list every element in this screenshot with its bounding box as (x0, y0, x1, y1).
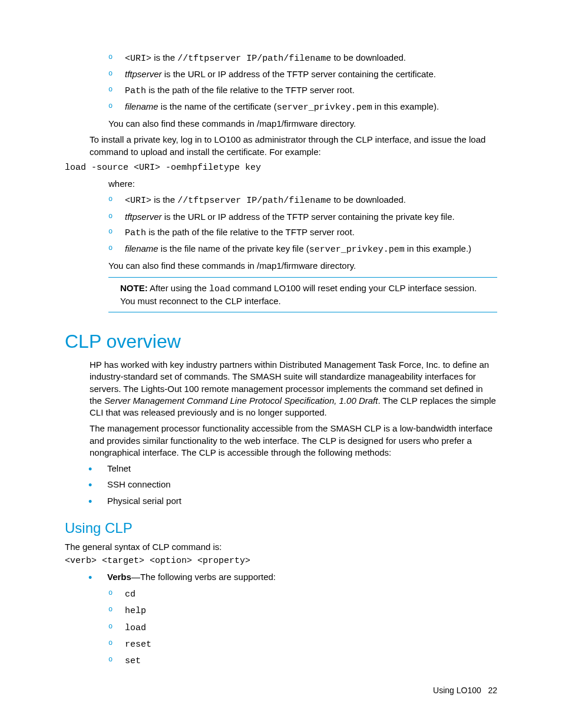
paragraph: You can also find these commands in /map… (108, 118, 497, 130)
uri-parts-list-1: <URI> is the //tftpserver IP/path/filena… (108, 52, 497, 114)
list-item: <URI> is the //tftpserver IP/path/filena… (108, 194, 497, 207)
text: is the name of the certificate ( (158, 101, 277, 111)
syntax: <verb> <target> <option> <property> (65, 555, 497, 567)
verbs-list: cd help load reset set (108, 588, 497, 667)
code: <URI> (125, 196, 151, 206)
list-item: Path is the path of the file relative to… (108, 84, 497, 97)
list-item: filename is the name of the certificate … (108, 101, 497, 114)
uri-parts-list-2: <URI> is the //tftpserver IP/path/filena… (108, 194, 497, 256)
verb: reset (125, 640, 151, 650)
verbs-label: Verbs (107, 572, 131, 582)
text: is the path of the file relative to the … (146, 85, 355, 95)
heading-using-clp: Using CLP (65, 519, 497, 538)
text: to be downloaded. (331, 52, 406, 62)
verb: set (125, 656, 141, 666)
list-item: filename is the file name of the private… (108, 243, 497, 256)
list-item: Physical serial port (88, 495, 497, 507)
text: in this example.) (405, 243, 471, 253)
term: filename (125, 243, 158, 253)
code: load (209, 284, 230, 294)
footer-label: Using LO100 (433, 686, 481, 695)
code: server_privkey.pem (277, 103, 372, 113)
note-label: NOTE: (120, 283, 148, 293)
doc-title: Server Management Command Line Protocol … (104, 396, 378, 406)
text: is the (151, 52, 177, 62)
list-item: Verbs—The following verbs are supported:… (88, 571, 497, 668)
term: tftpserver (125, 69, 162, 79)
where-label: where: (108, 178, 497, 190)
text: After using the (148, 283, 209, 293)
list-item: SSH connection (88, 479, 497, 490)
list-item: <URI> is the //tftpserver IP/path/filena… (108, 52, 497, 65)
verbs-section: Verbs—The following verbs are supported:… (88, 571, 497, 668)
methods-list: Telnet SSH connection Physical serial po… (88, 463, 497, 507)
list-item: help (108, 604, 497, 617)
list-item: tftpserver is the URL or IP address of t… (108, 68, 497, 80)
heading-clp-overview: CLP overview (65, 329, 497, 354)
paragraph: To install a private key, log in to LO10… (90, 134, 497, 158)
term: tftpserver (125, 212, 162, 222)
code: server_privkey.pem (309, 245, 405, 255)
text: is the URL or IP address of the TFTP ser… (162, 212, 455, 222)
paragraph: HP has worked with key industry partners… (90, 359, 497, 419)
verb: cd (125, 589, 135, 599)
code: Path (125, 228, 146, 238)
list-item: reset (108, 638, 497, 651)
text: —The following verbs are supported: (131, 572, 276, 582)
verb: load (125, 623, 146, 633)
text: is the file name of the private key file… (158, 243, 309, 253)
paragraph: You can also find these commands in /map… (108, 260, 497, 272)
footer: Using LO100 22 (433, 685, 497, 696)
paragraph: The general syntax of CLP command is: (65, 541, 497, 553)
page: <URI> is the //tftpserver IP/path/filena… (0, 0, 562, 728)
code: Path (125, 86, 146, 96)
page-number: 22 (488, 686, 497, 695)
list-item: Telnet (88, 463, 497, 475)
command: load -source <URI> -oemhpfiletype key (65, 162, 497, 174)
text: to be downloaded. (331, 195, 406, 205)
list-item: cd (108, 588, 497, 601)
code: //tftpserver IP/path/filename (177, 54, 331, 64)
list-item: set (108, 654, 497, 667)
list-item: tftpserver is the URL or IP address of t… (108, 211, 497, 223)
text: is the (151, 195, 177, 205)
code: //tftpserver IP/path/filename (177, 196, 331, 206)
code: <URI> (125, 54, 151, 64)
paragraph: The management processor functionality a… (90, 423, 497, 459)
text: is the path of the file relative to the … (146, 227, 355, 237)
verb: help (125, 606, 146, 616)
note-box: NOTE: After using the load command LO100… (108, 277, 497, 313)
text: in this example). (372, 101, 439, 111)
text: is the URL or IP address of the TFTP ser… (162, 69, 437, 79)
list-item: load (108, 621, 497, 634)
term: filename (125, 101, 158, 111)
list-item: Path is the path of the file relative to… (108, 226, 497, 239)
